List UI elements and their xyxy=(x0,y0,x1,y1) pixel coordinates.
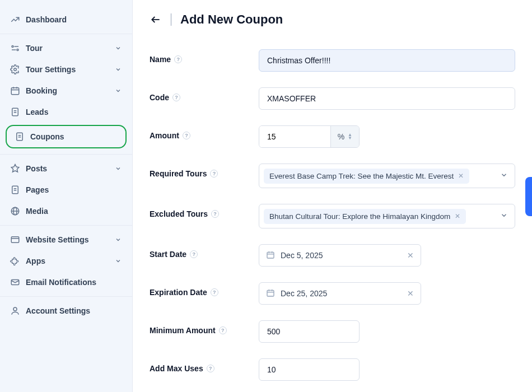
svg-rect-21 xyxy=(11,237,19,243)
side-feedback-tab[interactable] xyxy=(525,177,532,216)
svg-rect-26 xyxy=(267,252,274,258)
sidebar-group-settings: Website Settings Apps Email Notification… xyxy=(0,226,132,297)
calendar-icon xyxy=(266,288,275,299)
sidebar-item-label: Tour Settings xyxy=(26,65,109,74)
clear-icon[interactable]: ✕ xyxy=(407,251,414,260)
label-text: Minimum Amount xyxy=(150,326,216,335)
chevron-down-icon xyxy=(114,236,122,244)
page-header: Add New Coupon xyxy=(150,12,515,27)
field-row-minimum-amount: Minimum Amount ? xyxy=(150,320,515,343)
sidebar-item-leads[interactable]: Leads xyxy=(0,101,132,123)
help-icon[interactable]: ? xyxy=(210,170,218,178)
label-text: Amount xyxy=(150,131,179,140)
minimum-amount-input[interactable] xyxy=(259,320,360,343)
field-label: Excluded Tours ? xyxy=(150,204,259,218)
sidebar-item-label: Media xyxy=(26,207,122,216)
chip: Bhutan Cultural Tour: Explore the Himala… xyxy=(264,209,466,224)
stepper-icon: ▲▼ xyxy=(348,133,352,140)
help-icon[interactable]: ? xyxy=(219,326,227,334)
amount-input[interactable] xyxy=(259,126,330,147)
sidebar-item-coupons-highlight: Coupons xyxy=(6,125,127,148)
chevron-down-icon xyxy=(114,66,122,73)
chart-line-icon xyxy=(10,15,20,25)
chevron-down-icon[interactable] xyxy=(500,171,508,181)
sidebar-item-label: Pages xyxy=(26,185,122,194)
start-date-input[interactable]: Dec 5, 2025 ✕ xyxy=(259,244,421,267)
chip: Everest Base Camp Trek: See the Majestic… xyxy=(264,169,469,184)
file-icon xyxy=(10,107,20,117)
help-icon[interactable]: ? xyxy=(211,288,218,296)
amount-group: % ▲▼ xyxy=(259,125,360,148)
chip-remove-icon[interactable]: ✕ xyxy=(458,172,464,180)
sidebar-item-media[interactable]: Media xyxy=(0,200,132,222)
sidebar-group-account: Account Settings xyxy=(0,297,132,325)
sidebar-item-label: Coupons xyxy=(30,132,118,141)
label-text: Required Tours xyxy=(150,169,207,178)
chevron-down-icon xyxy=(114,87,122,95)
excluded-tours-select[interactable]: Bhutan Cultural Tour: Explore the Himala… xyxy=(259,204,515,228)
field-row-required-tours: Required Tours ? Everest Base Camp Trek:… xyxy=(150,164,515,188)
sidebar-item-posts[interactable]: Posts xyxy=(0,158,132,179)
sidebar-item-booking[interactable]: Booking xyxy=(0,80,132,101)
file-icon xyxy=(15,132,25,142)
svg-point-2 xyxy=(17,49,18,51)
calendar-icon xyxy=(10,86,20,96)
chevron-down-icon xyxy=(114,257,122,265)
sidebar-group-tours: Tour Tour Settings Booking Leads Coupons xyxy=(0,34,132,155)
help-icon[interactable]: ? xyxy=(207,365,214,372)
name-input[interactable] xyxy=(259,49,515,72)
field-label: Amount ? xyxy=(150,125,259,140)
code-input[interactable] xyxy=(259,87,515,110)
max-uses-input[interactable] xyxy=(259,358,360,381)
sidebar-item-label: Dashboard xyxy=(26,15,122,24)
sidebar-item-apps[interactable]: Apps xyxy=(0,250,132,272)
sidebar: Dashboard Tour Tour Settings Booking Lea… xyxy=(0,0,133,392)
clear-icon[interactable]: ✕ xyxy=(407,289,414,298)
date-value: Dec 25, 2025 xyxy=(281,289,402,298)
field-row-expiration-date: Expiration Date ? Dec 25, 2025 ✕ xyxy=(150,282,515,305)
sidebar-item-dashboard[interactable]: Dashboard xyxy=(0,9,132,30)
gear-icon xyxy=(10,64,20,74)
amount-unit-label: % xyxy=(338,132,344,141)
sidebar-item-coupons[interactable]: Coupons xyxy=(7,126,125,147)
amount-unit-selector[interactable]: % ▲▼ xyxy=(330,126,359,147)
field-row-start-date: Start Date ? Dec 5, 2025 ✕ xyxy=(150,244,515,267)
field-row-amount: Amount ? % ▲▼ xyxy=(150,125,515,148)
sidebar-item-label: Website Settings xyxy=(26,235,109,244)
expiration-date-input[interactable]: Dec 25, 2025 ✕ xyxy=(259,282,421,305)
globe-icon xyxy=(10,206,20,216)
field-label: Expiration Date ? xyxy=(150,282,259,297)
sidebar-item-tour[interactable]: Tour xyxy=(0,38,132,59)
label-text: Add Max Uses xyxy=(150,364,203,373)
svg-rect-5 xyxy=(11,88,19,95)
divider xyxy=(171,13,171,26)
label-text: Name xyxy=(150,55,171,64)
sidebar-item-tour-settings[interactable]: Tour Settings xyxy=(0,59,132,80)
sidebar-item-label: Posts xyxy=(26,164,109,173)
sidebar-item-label: Account Settings xyxy=(26,306,122,315)
help-icon[interactable]: ? xyxy=(211,210,219,218)
sidebar-item-website-settings[interactable]: Website Settings xyxy=(0,229,132,250)
chip-remove-icon[interactable]: ✕ xyxy=(455,212,460,220)
chevron-down-icon xyxy=(114,44,122,52)
label-text: Excluded Tours xyxy=(150,209,208,218)
chevron-down-icon[interactable] xyxy=(500,212,508,221)
sidebar-item-pages[interactable]: Pages xyxy=(0,179,132,200)
field-label: Add Max Uses ? xyxy=(150,358,259,373)
svg-point-0 xyxy=(12,46,13,48)
sidebar-item-account-settings[interactable]: Account Settings xyxy=(0,300,132,321)
page-title: Add New Coupon xyxy=(180,12,283,27)
help-icon[interactable]: ? xyxy=(174,55,182,63)
help-icon[interactable]: ? xyxy=(172,94,180,101)
sidebar-item-email-notifications[interactable]: Email Notifications xyxy=(0,272,132,293)
required-tours-select[interactable]: Everest Base Camp Trek: See the Majestic… xyxy=(259,164,515,188)
svg-point-24 xyxy=(13,307,17,311)
help-icon[interactable]: ? xyxy=(190,250,198,258)
help-icon[interactable]: ? xyxy=(183,132,190,139)
mail-icon xyxy=(10,277,20,287)
sidebar-item-label: Booking xyxy=(26,86,109,95)
sidebar-item-label: Email Notifications xyxy=(26,278,122,287)
back-button[interactable] xyxy=(150,13,162,26)
arrow-left-icon xyxy=(150,14,161,25)
svg-rect-30 xyxy=(267,290,274,296)
